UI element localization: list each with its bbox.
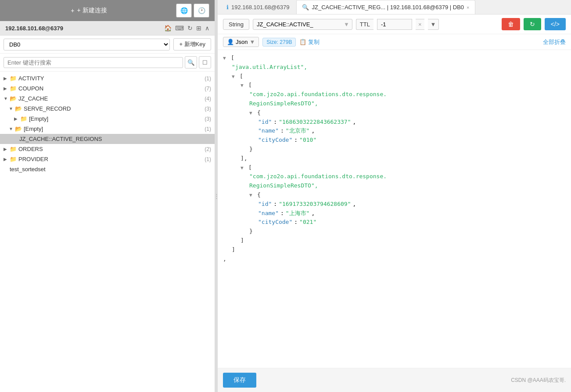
json-bracket: } [249,227,253,236]
arrow-icon: ▶ [4,157,8,162]
ttl-dropdown-button[interactable]: ▼ [428,19,439,30]
key-count: (3) [205,116,211,122]
json-editor[interactable]: ▼ [ "java.util.ArrayList", ▼ [ ▼ [ "com.… [218,50,571,368]
size-badge: Size: 279B [262,38,296,47]
json-bracket: [ [248,81,252,90]
arrow-icon: ▼ [9,126,13,131]
json-colon: : [273,200,277,209]
folder-icon: 📁 [10,146,17,152]
json-line: "java.util.ArrayList", [223,63,566,72]
ttl-input[interactable] [377,19,412,30]
list-item[interactable]: ▶ 📁 [Empty] (3) [0,114,215,124]
list-item[interactable]: test_sortedset [0,164,215,174]
new-connection-button[interactable]: + + 新建连接 [5,7,172,14]
json-line: "cityCode" : "021" [223,218,566,227]
filter-button[interactable]: ☐ [199,56,211,68]
grid-icon[interactable]: ⊞ [196,25,201,32]
json-value: RegionSimpleResDTO", [249,99,318,108]
refresh-button[interactable]: ↻ [524,18,541,30]
person-icon: 👤 [227,39,234,45]
json-value: "com.jzo2o.api.foundations.dto.response. [249,172,387,181]
json-line: RegionSimpleResDTO", [223,99,566,108]
json-line: } [223,227,566,236]
search-bar: 🔍 ☐ [0,54,215,72]
json-value: "1691733203794628609" [279,200,351,209]
connection-actions: 🏠 ⌨ ↻ ⊞ ∧ [164,25,209,32]
search-tab-icon: 🔍 [302,4,309,11]
json-bracket: ], [241,154,248,163]
json-line: "id" : "1691733203794628609" , [223,200,566,209]
key-count: (1) [205,156,211,162]
key-label: PROVIDER [18,156,205,162]
sidebar-header: + + 新建连接 🌐 🕐 [0,0,215,21]
clock-button[interactable]: 🕐 [194,4,209,18]
key-name-input[interactable] [253,19,341,29]
json-value: "北京市" [286,126,310,136]
json-value: "010" [299,136,316,145]
copy-button[interactable]: 📋 复制 [299,38,320,46]
toolbar: String ▼ TTL × ▼ 🗑 ↻ </> [218,14,571,34]
key-count: (1) [205,76,211,82]
list-item[interactable]: ▶ 📁 PROVIDER (1) [0,154,215,164]
list-item[interactable]: ▼ 📂 SERVE_RECORD (3) [0,104,215,114]
json-value: "上海市" [286,209,310,218]
json-line: ▼ [ [223,81,566,90]
list-item[interactable]: ▶ 📁 ORDERS (2) [0,144,215,154]
tab-close-button[interactable]: × [467,5,469,10]
refresh-icon[interactable]: ↻ [187,25,193,32]
json-value: "java.util.ArrayList", [232,63,307,72]
list-item[interactable]: ▶ 📁 COUPON (7) [0,83,215,94]
format-select[interactable]: 👤 Json ▼ [223,37,259,47]
json-bracket: [ [231,54,234,63]
new-connection-label: + 新建连接 [77,7,107,14]
key-dropdown-arrow[interactable]: ▼ [341,19,352,29]
collapse-arrow[interactable]: ▼ [241,82,247,90]
json-key: "id" [258,118,272,127]
tab-active[interactable]: 🔍 JZ_CACHE::ACTIVE_REG... | 192.168.101.… [296,0,475,14]
json-key: "name" [258,126,279,136]
search-input[interactable] [4,57,183,68]
filter-icon: ☐ [202,59,208,66]
info-icon: ℹ [226,4,229,11]
collapse-arrow[interactable]: ▼ [232,73,238,81]
key-count: (4) [205,96,211,102]
collapse-icon[interactable]: ∧ [205,25,209,32]
collapse-arrow[interactable]: ▼ [249,191,255,199]
db-select[interactable]: DB0 [4,39,170,50]
globe-icon: 🌐 [180,7,188,14]
json-line: "id" : "1686303222843662337" , [223,118,566,127]
json-bracket: ] [232,245,235,255]
key-label: ACTIVITY [18,75,205,82]
code-button[interactable]: </> [545,18,566,30]
json-line: , [223,255,566,264]
terminal-icon[interactable]: ⌨ [175,25,184,32]
plus-icon: + [71,7,74,14]
collapse-arrow[interactable]: ▼ [249,109,255,117]
json-line: ▼ { [223,191,566,200]
folder-icon: 📁 [10,75,17,82]
collapse-arrow[interactable]: ▼ [223,54,229,62]
json-bracket: ] [241,236,244,245]
delete-button[interactable]: 🗑 [502,18,520,30]
sidebar: + + 新建连接 🌐 🕐 192.168.101.68@6379 🏠 ⌨ ↻ ⊞… [0,0,215,392]
key-label: [Empty] [24,126,205,132]
json-bracket: { [257,191,261,200]
collapse-all-button[interactable]: 全部折叠 [543,38,566,46]
collapse-arrow[interactable]: ▼ [241,164,247,172]
list-item-active[interactable]: JZ_CACHE::ACTIVE_REGIONS [0,134,215,144]
save-button[interactable]: 保存 [223,373,256,388]
globe-button[interactable]: 🌐 [176,4,192,18]
search-button[interactable]: 🔍 [185,56,197,68]
ttl-clear-button[interactable]: × [416,19,424,30]
json-line: } [223,145,566,154]
json-key: "cityCode" [258,218,292,227]
copy-icon: 📋 [299,39,306,45]
list-item[interactable]: ▶ 📁 ACTIVITY (1) [0,73,215,83]
home-icon[interactable]: 🏠 [164,25,172,32]
list-item[interactable]: ▼ 📂 JZ_CACHE (4) [0,94,215,104]
add-key-button[interactable]: + 新增Key [173,38,211,50]
key-list: ▶ 📁 ACTIVITY (1) ▶ 📁 COUPON (7) ▼ 📂 JZ_C… [0,72,215,392]
key-label: JZ_CACHE [18,95,205,102]
tab-info[interactable]: ℹ 192.168.101.68@6379 [221,0,294,14]
list-item[interactable]: ▼ 📂 [Empty] (1) [0,124,215,134]
